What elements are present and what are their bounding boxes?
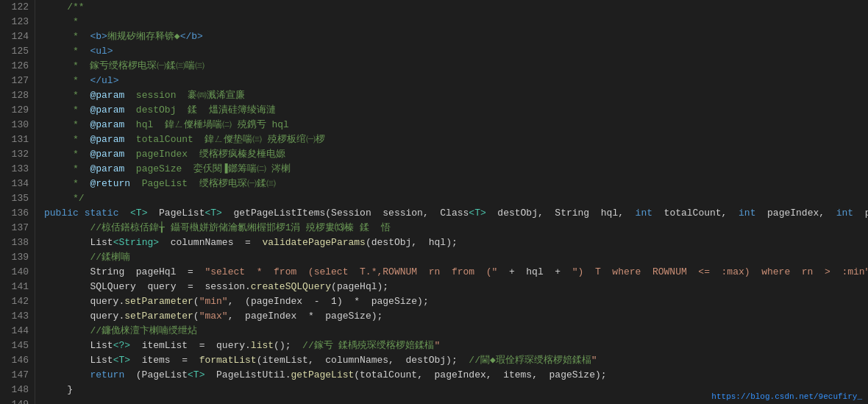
code-text: * @return PageList 绶楁椤电琛㈠鍒㈢ (44, 177, 276, 191)
method-token: formatList (199, 355, 257, 366)
type-token: <T> (113, 355, 130, 366)
code-line: public static <T> PageList<T> getPageLis… (44, 206, 868, 221)
code-line: String pageHql = "select * from (select … (44, 265, 868, 280)
line-number: 138 (0, 235, 35, 250)
line-number: 127 (0, 74, 35, 88)
code-text: SQLQuery query = session.createSQLQuery(… (44, 280, 388, 294)
annotation-token: @param (90, 149, 124, 160)
line-number: 136 (0, 206, 35, 221)
footer-link[interactable]: https://blog.csdn.net/9ecufiry_ (711, 392, 862, 401)
annotation-token: @param (90, 90, 124, 101)
plain-token: pageSize) { (853, 208, 868, 219)
keyword-token: int (836, 208, 853, 219)
comment-token: * (44, 16, 79, 27)
plain-token: List (44, 355, 113, 366)
plain-token: query. (44, 296, 124, 307)
code-line: //鐮佹梾澶卞楋喃绶绁炶 (44, 324, 868, 339)
code-line: * @param pageSize 娈仸閱▐鎯筹喘㈡ 涔楋 (44, 162, 868, 177)
plain-token: List (44, 237, 113, 248)
line-number: 147 (0, 368, 35, 383)
comment-token: */ (44, 193, 85, 204)
annotation-token: @param (90, 119, 124, 130)
plain-token: (totalCount, pageIndex, items, pageSize)… (354, 369, 606, 380)
code-line: * 鎵亐绶楁椤电琛㈠鍒㈢喘㈢ (44, 59, 868, 74)
plain-token: totalCount, (652, 208, 739, 219)
code-text: * @param hql 鍏ㄥ儏棰堝喘㈡ 殑鎸亐 hql (44, 118, 289, 132)
code-text: List<T> items = formatList(itemList, col… (44, 353, 597, 368)
code-text: * @param destObj 鍒 熅漬硅簿绫诲漣 (44, 103, 276, 118)
line-number: 140 (0, 265, 35, 280)
string-token: " (435, 340, 441, 351)
plain-token: (destObj, hql); (366, 237, 458, 248)
code-line: List<T> items = formatList(itemList, col… (44, 353, 868, 368)
plain-token: String pageHql = (44, 266, 204, 277)
plain-token: pageIndex, (755, 208, 836, 219)
plain-token: ( (193, 296, 199, 307)
comment-token: 缃规矽缃存释锛◆ (107, 31, 180, 42)
code-text: * @param pageIndex 绶楁椤疯榛夋棰电嫄 (44, 147, 285, 162)
keyword-token: public (44, 208, 79, 219)
string-token: " (591, 355, 597, 366)
line-number: 130 (0, 118, 35, 132)
code-line: * <ul> (44, 44, 868, 59)
code-text: * <b>缃规矽缃存释锛◆</b> (44, 29, 203, 44)
code-line: * @param totalCount 鍏ㄥ儏垫喘㈢ 殑椤板绾㈠椤 (44, 132, 868, 147)
method-token: createSQLQuery (251, 281, 331, 292)
type-token: <T> (204, 208, 221, 219)
comment-token: * (44, 104, 90, 116)
code-line: /** (44, 0, 868, 15)
code-text: List<?> itemList = query.list(); //鎵亐 鍒楀… (44, 339, 440, 353)
code-line: * @return PageList 绶楁椤电琛㈠鍒㈢ (44, 177, 868, 191)
annotation-token: @param (90, 163, 124, 174)
code-text: query.setParameter("max", pageIndex * pa… (44, 309, 383, 324)
comment-token: //鍒楋喃 (44, 252, 130, 263)
code-text: public static <T> PageList<T> getPageLis… (44, 206, 868, 221)
string-token: "max" (199, 311, 228, 322)
type-token: <T> (469, 208, 485, 219)
code-content[interactable]: /** * * <b>缃规矽缃存释锛◆</b> * <ul> * 鎵亐绶楁椤电琛… (35, 0, 868, 404)
comment-token: PageList 绶楁椤电琛㈠鍒㈢ (130, 178, 276, 189)
code-text: */ (44, 191, 85, 206)
line-number: 132 (0, 147, 35, 162)
code-line: */ (44, 191, 868, 206)
keyword-token: int (636, 208, 652, 219)
keyword-token: return (44, 369, 124, 380)
code-text: * @param totalCount 鍏ㄥ儏垫喘㈢ 殑椤板绾㈠椤 (44, 132, 325, 147)
tag-token: <ul> (90, 46, 113, 57)
tag-token: </ul> (90, 75, 118, 86)
keyword-token: int (739, 208, 755, 219)
line-numbers: 1221231241251261271281291301311321331341… (0, 0, 35, 404)
code-text: * @param pageSize 娈仸閱▐鎯筹喘㈡ 涔楋 (44, 162, 291, 177)
annotation-token: @return (90, 178, 130, 189)
code-text: //鐮佹梾澶卞楋喃绶绁炶 (44, 324, 197, 339)
code-line: * @param pageIndex 绶楁椤疯榛夋棰电嫄 (44, 147, 868, 162)
comment-token: * 鎵亐绶楁椤电琛㈠鍒㈢喘㈢ (44, 60, 204, 71)
plain-token: (); (274, 340, 302, 351)
code-text: * (44, 15, 79, 29)
code-line: * @param destObj 鍒 熅漬硅簿绫诲漣 (44, 103, 868, 118)
line-number: 122 (0, 0, 35, 15)
line-number: 142 (0, 294, 35, 309)
type-token: <T> (188, 369, 204, 380)
method-token: setParameter (124, 311, 193, 322)
type-token: <String> (113, 237, 159, 248)
line-number: 143 (0, 309, 35, 324)
code-text: return (PageList<T> PageListUtil.getPage… (44, 368, 607, 383)
code-text: * </ul> (44, 74, 118, 88)
code-text: * @param session 褰㈣溅浠宣廉 (44, 88, 245, 103)
comment-token: * (44, 75, 90, 86)
line-number: 145 (0, 339, 35, 353)
code-text: String pageHql = "select * from (select … (44, 265, 868, 280)
comment-token: //鐮佹梾澶卞楋喃绶绁炶 (44, 325, 197, 336)
line-number: 124 (0, 29, 35, 44)
plain-token: getPageListItems(Session session, Class (222, 208, 469, 219)
line-number: 129 (0, 103, 35, 118)
method-token: list (251, 340, 274, 351)
code-line: * @param session 褰㈣溅浠宣廉 (44, 88, 868, 103)
line-number: 139 (0, 250, 35, 265)
code-line: * <b>缃规矽缃存释锛◆</b> (44, 29, 868, 44)
keyword-token: static (85, 208, 119, 219)
plain-token: (PageList (124, 369, 188, 380)
method-token: getPageList (291, 369, 354, 380)
string-token: ") T where ROWNUM <= :max) where rn > :m… (572, 266, 868, 277)
